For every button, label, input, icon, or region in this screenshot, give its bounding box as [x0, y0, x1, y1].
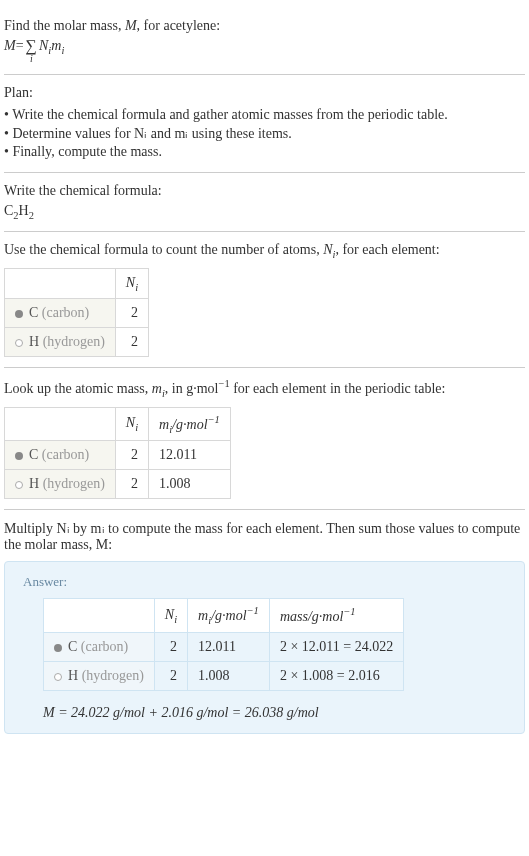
plan-item: • Finally, compute the mass. — [4, 144, 525, 160]
intro-section: Find the molar mass, M, for acetylene: M… — [4, 8, 525, 75]
bullet-filled-icon — [15, 452, 23, 460]
bullet-hollow-icon — [15, 481, 23, 489]
table-header-row: Ni — [5, 268, 149, 299]
table-row: C (carbon) 2 12.011 2 × 12.011 = 24.022 — [44, 632, 404, 661]
mass-value: 2 × 12.011 = 24.022 — [269, 632, 403, 661]
bullet-hollow-icon — [54, 673, 62, 681]
ni-value: 2 — [115, 299, 148, 328]
ni-value: 2 — [154, 632, 187, 661]
eq-equals: = — [16, 38, 24, 54]
eq-mi: mi — [51, 38, 64, 56]
ni-value: 2 — [115, 328, 148, 357]
multiply-heading: Multiply Nᵢ by mᵢ to compute the mass fo… — [4, 520, 525, 553]
header-mi: mi/g·mol−1 — [149, 407, 231, 440]
intro-text2: , for acetylene: — [137, 18, 221, 33]
header-empty — [5, 268, 116, 299]
plan-list: • Write the chemical formula and gather … — [4, 107, 525, 160]
mass-table: Ni mi/g·mol−1 C (carbon) 2 12.011 H (hyd… — [4, 407, 231, 499]
var-M: M — [125, 18, 137, 33]
answer-label: Answer: — [23, 574, 506, 590]
plan-section: Plan: • Write the chemical formula and g… — [4, 75, 525, 173]
plan-item: • Determine values for Nᵢ and mᵢ using t… — [4, 125, 525, 142]
sigma-index: i — [30, 54, 33, 64]
mi-value: 12.011 — [149, 441, 231, 470]
bullet-filled-icon — [15, 310, 23, 318]
ni-value: 2 — [154, 661, 187, 690]
table-row: H (hydrogen) 2 1.008 — [5, 470, 231, 499]
header-ni: Ni — [154, 599, 187, 632]
table-row: H (hydrogen) 2 1.008 2 × 1.008 = 2.016 — [44, 661, 404, 690]
chemical-formula: C2H2 — [4, 203, 525, 221]
intro-equation: M = ∑ i Nimi — [4, 38, 525, 64]
answer-box: Answer: Ni mi/g·mol−1 mass/g·mol−1 C (ca… — [4, 561, 525, 733]
final-equation: M = 24.022 g/mol + 2.016 g/mol = 26.038 … — [43, 705, 506, 721]
plan-heading: Plan: — [4, 85, 525, 101]
element-cell: C (carbon) — [5, 441, 116, 470]
eq-lhs: M — [4, 38, 16, 54]
plan-item: • Write the chemical formula and gather … — [4, 107, 525, 123]
header-empty — [5, 407, 116, 440]
element-cell: H (hydrogen) — [5, 328, 116, 357]
ni-value: 2 — [115, 441, 148, 470]
table-row: C (carbon) 2 12.011 — [5, 441, 231, 470]
mi-value: 12.011 — [188, 632, 270, 661]
count-heading: Use the chemical formula to count the nu… — [4, 242, 525, 260]
bullet-filled-icon — [54, 644, 62, 652]
eq-Ni: Ni — [39, 38, 51, 56]
intro-text: Find the molar mass, — [4, 18, 125, 33]
count-section: Use the chemical formula to count the nu… — [4, 232, 525, 369]
sigma-symbol: ∑ — [26, 38, 37, 54]
mass-section: Look up the atomic mass, mi, in g·mol−1 … — [4, 368, 525, 510]
answer-table: Ni mi/g·mol−1 mass/g·mol−1 C (carbon) 2 … — [43, 598, 404, 690]
element-cell: H (hydrogen) — [5, 470, 116, 499]
table-row: C (carbon) 2 — [5, 299, 149, 328]
mi-value: 1.008 — [149, 470, 231, 499]
sigma-icon: ∑ i — [26, 38, 37, 64]
header-ni: Ni — [115, 407, 148, 440]
table-header-row: Ni mi/g·mol−1 mass/g·mol−1 — [44, 599, 404, 632]
bullet-hollow-icon — [15, 339, 23, 347]
element-cell: C (carbon) — [5, 299, 116, 328]
header-ni: Ni — [115, 268, 148, 299]
element-cell: H (hydrogen) — [44, 661, 155, 690]
table-row: H (hydrogen) 2 — [5, 328, 149, 357]
chemical-formula-section: Write the chemical formula: C2H2 — [4, 173, 525, 232]
header-mass: mass/g·mol−1 — [269, 599, 403, 632]
table-header-row: Ni mi/g·mol−1 — [5, 407, 231, 440]
formula-heading: Write the chemical formula: — [4, 183, 525, 199]
count-table: Ni C (carbon) 2 H (hydrogen) 2 — [4, 268, 149, 358]
mass-heading: Look up the atomic mass, mi, in g·mol−1 … — [4, 378, 525, 398]
header-empty — [44, 599, 155, 632]
element-cell: C (carbon) — [44, 632, 155, 661]
ni-value: 2 — [115, 470, 148, 499]
answer-section: Multiply Nᵢ by mᵢ to compute the mass fo… — [4, 510, 525, 743]
intro-line: Find the molar mass, M, for acetylene: — [4, 18, 525, 34]
mass-value: 2 × 1.008 = 2.016 — [269, 661, 403, 690]
header-mi: mi/g·mol−1 — [188, 599, 270, 632]
mi-value: 1.008 — [188, 661, 270, 690]
